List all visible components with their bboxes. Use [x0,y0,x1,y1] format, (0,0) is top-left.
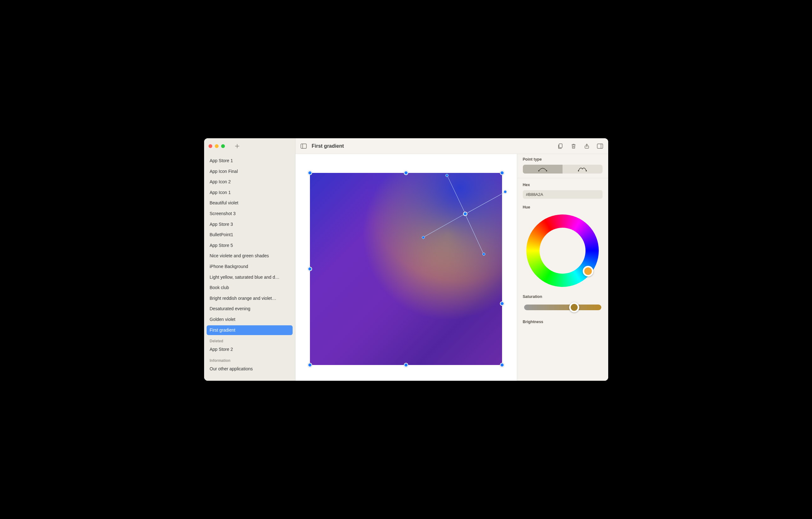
add-gradient-button[interactable] [234,143,240,149]
point-type-smooth[interactable] [523,165,563,174]
control-point[interactable] [463,212,467,216]
hex-input[interactable]: #B88A2A [523,190,603,199]
svg-rect-4 [559,144,562,148]
sidebar-item[interactable]: App Icon Final [207,167,293,177]
control-point[interactable] [308,363,312,367]
gradient-list: App Store 1App Icon FinalApp Icon 2App I… [204,154,295,381]
svg-point-12 [578,170,579,171]
control-point[interactable] [482,253,485,256]
sidebar-item[interactable]: Our other applications [207,364,293,374]
sidebar-item[interactable]: iPhone Background [207,262,293,272]
sidebar-item[interactable]: Golden violet [207,315,293,325]
hue-wheel-center [540,228,585,274]
zoom-window-button[interactable] [221,144,225,148]
control-point[interactable] [404,171,408,175]
toggle-sidebar-button[interactable] [300,143,307,149]
document-title: First gradient [312,143,344,149]
control-point[interactable] [404,363,408,367]
toggle-inspector-button[interactable] [597,143,603,149]
app-window: App Store 1App Icon FinalApp Icon 2App I… [204,138,608,381]
control-point[interactable] [445,174,448,177]
sidebar-titlebar [204,138,295,154]
sidebar-item[interactable]: Nice violete and green shades [207,251,293,261]
sidebar-item[interactable]: App Store 3 [207,220,293,230]
sidebar-section-deleted: Deleted [207,336,293,345]
sidebar-item[interactable]: App Icon 1 [207,188,293,198]
sidebar-item[interactable]: Screenshot 3 [207,209,293,219]
sidebar-item[interactable]: Beautiful violet [207,198,293,208]
sidebar-item[interactable]: Light yellow, saturated blue and d… [207,272,293,283]
hue-wheel[interactable] [526,214,599,287]
gradient-canvas[interactable] [310,173,502,365]
svg-rect-8 [597,144,603,148]
sidebar-item[interactable]: App Store 1 [207,156,293,166]
sidebar: App Store 1App Icon FinalApp Icon 2App I… [204,138,295,381]
hex-label: Hex [523,183,603,187]
point-type-label: Point type [523,157,603,162]
control-point[interactable] [308,171,312,175]
window-controls [208,144,225,148]
minimize-window-button[interactable] [215,144,219,148]
close-window-button[interactable] [208,144,212,148]
control-point[interactable] [500,171,504,175]
svg-point-10 [538,170,539,171]
sidebar-item[interactable]: Book club [207,283,293,293]
saturation-label: Saturation [523,294,603,299]
saturation-knob[interactable] [569,302,579,312]
control-point[interactable] [500,363,504,367]
point-type-sharp[interactable] [562,165,603,174]
sidebar-item[interactable]: First gradient [207,325,293,336]
toolbar: First gradient [295,138,608,154]
sidebar-item[interactable]: BulletPoint1 [207,230,293,240]
svg-point-13 [586,170,587,171]
brightness-label: Brightness [523,320,603,324]
sidebar-section-information: Information [207,355,293,364]
saturation-slider[interactable] [524,305,601,310]
svg-point-11 [546,170,547,171]
control-point[interactable] [504,190,507,193]
gradient-preview [310,173,502,365]
svg-rect-2 [301,144,307,148]
control-point[interactable] [308,267,312,271]
hue-label: Hue [523,205,603,209]
duplicate-button[interactable] [557,143,563,149]
point-type-segmented [523,165,603,174]
sidebar-item[interactable]: App Icon 2 [207,177,293,187]
delete-button[interactable] [571,143,577,149]
canvas-area[interactable] [295,154,517,381]
sidebar-item[interactable]: Desaturated evening [207,304,293,314]
share-button[interactable] [584,143,590,149]
main-column: First gradient [295,138,608,381]
sidebar-item[interactable]: Bright reddish orange and violet… [207,293,293,304]
control-point[interactable] [500,301,504,306]
sidebar-item[interactable]: App Store 2 [207,345,293,355]
hue-knob[interactable] [583,266,593,277]
inspector-panel: Point type Hex #B88A2A Hue [517,154,608,381]
control-point[interactable] [422,236,425,239]
content-row: Point type Hex #B88A2A Hue [295,154,608,381]
sidebar-item[interactable]: App Store 5 [207,240,293,251]
